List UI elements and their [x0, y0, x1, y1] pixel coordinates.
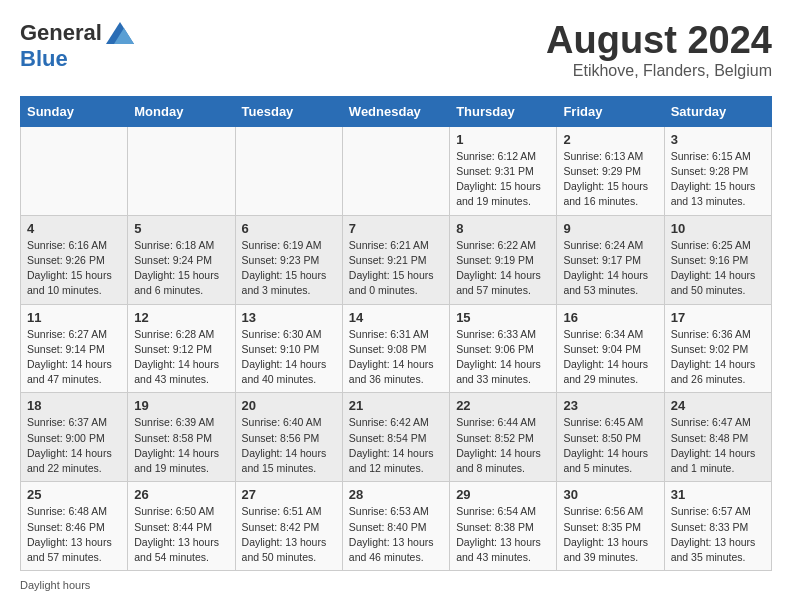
day-number: 26 — [134, 487, 228, 502]
day-number: 4 — [27, 221, 121, 236]
calendar-footer: Daylight hours — [20, 579, 772, 591]
day-header-friday: Friday — [557, 96, 664, 126]
day-number: 2 — [563, 132, 657, 147]
calendar-cell: 16Sunrise: 6:34 AM Sunset: 9:04 PM Dayli… — [557, 304, 664, 393]
calendar-cell: 10Sunrise: 6:25 AM Sunset: 9:16 PM Dayli… — [664, 215, 771, 304]
calendar-cell: 15Sunrise: 6:33 AM Sunset: 9:06 PM Dayli… — [450, 304, 557, 393]
day-number: 14 — [349, 310, 443, 325]
daylight-label: Daylight hours — [20, 579, 90, 591]
day-info: Sunrise: 6:19 AM Sunset: 9:23 PM Dayligh… — [242, 238, 336, 299]
logo: General Blue — [20, 20, 134, 72]
calendar-cell: 8Sunrise: 6:22 AM Sunset: 9:19 PM Daylig… — [450, 215, 557, 304]
logo-blue-text: Blue — [20, 46, 68, 72]
day-info: Sunrise: 6:42 AM Sunset: 8:54 PM Dayligh… — [349, 415, 443, 476]
day-header-tuesday: Tuesday — [235, 96, 342, 126]
day-info: Sunrise: 6:30 AM Sunset: 9:10 PM Dayligh… — [242, 327, 336, 388]
day-info: Sunrise: 6:57 AM Sunset: 8:33 PM Dayligh… — [671, 504, 765, 565]
day-info: Sunrise: 6:16 AM Sunset: 9:26 PM Dayligh… — [27, 238, 121, 299]
day-header-saturday: Saturday — [664, 96, 771, 126]
day-number: 25 — [27, 487, 121, 502]
logo-icon — [106, 22, 134, 44]
day-number: 7 — [349, 221, 443, 236]
day-number: 21 — [349, 398, 443, 413]
day-info: Sunrise: 6:24 AM Sunset: 9:17 PM Dayligh… — [563, 238, 657, 299]
calendar-cell: 3Sunrise: 6:15 AM Sunset: 9:28 PM Daylig… — [664, 126, 771, 215]
day-number: 3 — [671, 132, 765, 147]
calendar-cell: 9Sunrise: 6:24 AM Sunset: 9:17 PM Daylig… — [557, 215, 664, 304]
day-number: 11 — [27, 310, 121, 325]
day-info: Sunrise: 6:31 AM Sunset: 9:08 PM Dayligh… — [349, 327, 443, 388]
logo-general-text: General — [20, 20, 102, 46]
page-header: General Blue August 2024 Etikhove, Fland… — [20, 20, 772, 80]
day-number: 12 — [134, 310, 228, 325]
day-number: 13 — [242, 310, 336, 325]
calendar-cell: 31Sunrise: 6:57 AM Sunset: 8:33 PM Dayli… — [664, 482, 771, 571]
day-header-sunday: Sunday — [21, 96, 128, 126]
location-subtitle: Etikhove, Flanders, Belgium — [546, 62, 772, 80]
day-info: Sunrise: 6:13 AM Sunset: 9:29 PM Dayligh… — [563, 149, 657, 210]
day-info: Sunrise: 6:27 AM Sunset: 9:14 PM Dayligh… — [27, 327, 121, 388]
day-number: 8 — [456, 221, 550, 236]
calendar-cell — [128, 126, 235, 215]
day-number: 15 — [456, 310, 550, 325]
calendar-cell: 24Sunrise: 6:47 AM Sunset: 8:48 PM Dayli… — [664, 393, 771, 482]
calendar-cell: 12Sunrise: 6:28 AM Sunset: 9:12 PM Dayli… — [128, 304, 235, 393]
day-info: Sunrise: 6:12 AM Sunset: 9:31 PM Dayligh… — [456, 149, 550, 210]
calendar-week-row: 4Sunrise: 6:16 AM Sunset: 9:26 PM Daylig… — [21, 215, 772, 304]
day-info: Sunrise: 6:51 AM Sunset: 8:42 PM Dayligh… — [242, 504, 336, 565]
calendar-week-row: 1Sunrise: 6:12 AM Sunset: 9:31 PM Daylig… — [21, 126, 772, 215]
day-number: 20 — [242, 398, 336, 413]
calendar-cell: 4Sunrise: 6:16 AM Sunset: 9:26 PM Daylig… — [21, 215, 128, 304]
calendar-week-row: 11Sunrise: 6:27 AM Sunset: 9:14 PM Dayli… — [21, 304, 772, 393]
day-info: Sunrise: 6:37 AM Sunset: 9:00 PM Dayligh… — [27, 415, 121, 476]
day-info: Sunrise: 6:18 AM Sunset: 9:24 PM Dayligh… — [134, 238, 228, 299]
day-number: 31 — [671, 487, 765, 502]
calendar-cell: 25Sunrise: 6:48 AM Sunset: 8:46 PM Dayli… — [21, 482, 128, 571]
calendar-cell — [21, 126, 128, 215]
day-number: 16 — [563, 310, 657, 325]
month-title: August 2024 — [546, 20, 772, 62]
day-info: Sunrise: 6:45 AM Sunset: 8:50 PM Dayligh… — [563, 415, 657, 476]
day-info: Sunrise: 6:48 AM Sunset: 8:46 PM Dayligh… — [27, 504, 121, 565]
day-number: 30 — [563, 487, 657, 502]
day-number: 5 — [134, 221, 228, 236]
calendar-cell: 28Sunrise: 6:53 AM Sunset: 8:40 PM Dayli… — [342, 482, 449, 571]
calendar-cell: 6Sunrise: 6:19 AM Sunset: 9:23 PM Daylig… — [235, 215, 342, 304]
day-header-wednesday: Wednesday — [342, 96, 449, 126]
calendar-cell: 1Sunrise: 6:12 AM Sunset: 9:31 PM Daylig… — [450, 126, 557, 215]
calendar-cell: 22Sunrise: 6:44 AM Sunset: 8:52 PM Dayli… — [450, 393, 557, 482]
day-number: 24 — [671, 398, 765, 413]
day-number: 18 — [27, 398, 121, 413]
calendar-cell: 13Sunrise: 6:30 AM Sunset: 9:10 PM Dayli… — [235, 304, 342, 393]
day-info: Sunrise: 6:28 AM Sunset: 9:12 PM Dayligh… — [134, 327, 228, 388]
day-header-thursday: Thursday — [450, 96, 557, 126]
calendar-cell: 23Sunrise: 6:45 AM Sunset: 8:50 PM Dayli… — [557, 393, 664, 482]
calendar-cell — [342, 126, 449, 215]
calendar-week-row: 18Sunrise: 6:37 AM Sunset: 9:00 PM Dayli… — [21, 393, 772, 482]
day-info: Sunrise: 6:53 AM Sunset: 8:40 PM Dayligh… — [349, 504, 443, 565]
calendar-cell: 19Sunrise: 6:39 AM Sunset: 8:58 PM Dayli… — [128, 393, 235, 482]
calendar-cell: 2Sunrise: 6:13 AM Sunset: 9:29 PM Daylig… — [557, 126, 664, 215]
day-number: 28 — [349, 487, 443, 502]
day-info: Sunrise: 6:34 AM Sunset: 9:04 PM Dayligh… — [563, 327, 657, 388]
day-info: Sunrise: 6:25 AM Sunset: 9:16 PM Dayligh… — [671, 238, 765, 299]
day-number: 10 — [671, 221, 765, 236]
day-number: 9 — [563, 221, 657, 236]
calendar-cell — [235, 126, 342, 215]
day-number: 27 — [242, 487, 336, 502]
day-info: Sunrise: 6:40 AM Sunset: 8:56 PM Dayligh… — [242, 415, 336, 476]
calendar-cell: 11Sunrise: 6:27 AM Sunset: 9:14 PM Dayli… — [21, 304, 128, 393]
day-number: 17 — [671, 310, 765, 325]
calendar-cell: 5Sunrise: 6:18 AM Sunset: 9:24 PM Daylig… — [128, 215, 235, 304]
day-number: 1 — [456, 132, 550, 147]
calendar-cell: 20Sunrise: 6:40 AM Sunset: 8:56 PM Dayli… — [235, 393, 342, 482]
day-info: Sunrise: 6:39 AM Sunset: 8:58 PM Dayligh… — [134, 415, 228, 476]
day-number: 29 — [456, 487, 550, 502]
calendar-cell: 29Sunrise: 6:54 AM Sunset: 8:38 PM Dayli… — [450, 482, 557, 571]
title-block: August 2024 Etikhove, Flanders, Belgium — [546, 20, 772, 80]
calendar-header-row: SundayMondayTuesdayWednesdayThursdayFrid… — [21, 96, 772, 126]
calendar-week-row: 25Sunrise: 6:48 AM Sunset: 8:46 PM Dayli… — [21, 482, 772, 571]
day-info: Sunrise: 6:15 AM Sunset: 9:28 PM Dayligh… — [671, 149, 765, 210]
day-number: 22 — [456, 398, 550, 413]
calendar-table: SundayMondayTuesdayWednesdayThursdayFrid… — [20, 96, 772, 571]
